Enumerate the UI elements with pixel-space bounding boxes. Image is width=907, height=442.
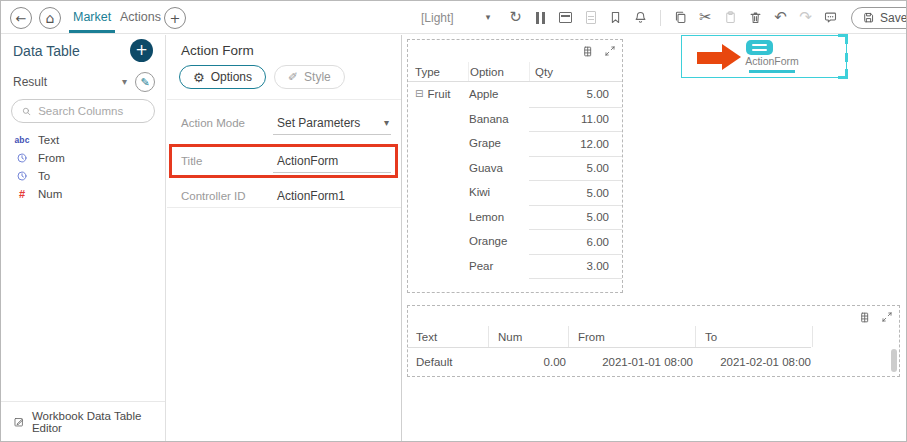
maximize-part-button[interactable] xyxy=(880,310,894,324)
tab-actions[interactable]: Actions xyxy=(120,1,161,33)
footer-label: Workbook Data Table Editor xyxy=(32,410,153,434)
table-row[interactable]: Orange 6.00 xyxy=(408,229,622,254)
undo-icon: ↶ xyxy=(774,10,787,25)
table-row[interactable]: Lemon 5.00 xyxy=(408,205,622,230)
qty-cell: 12.00 xyxy=(529,131,622,156)
option-cell: Lemon xyxy=(468,211,529,223)
add-data-table-button[interactable]: + xyxy=(130,39,153,62)
theme-value: [Light] xyxy=(421,11,454,25)
qty-cell: 5.00 xyxy=(529,82,622,107)
cut-button[interactable]: ✂ xyxy=(697,9,714,26)
chevron-down-icon[interactable]: ▾ xyxy=(122,77,127,87)
save-button[interactable]: Save xyxy=(851,7,907,29)
undo-button[interactable]: ↶ xyxy=(772,9,789,26)
alerts-button[interactable] xyxy=(632,9,649,26)
maximize-part-button[interactable] xyxy=(603,44,617,58)
action-mode-value: Set Parameters xyxy=(277,116,360,130)
qty-cell: 5.00 xyxy=(529,205,622,230)
style-tab[interactable]: ✐ Style xyxy=(274,65,345,89)
data-table-name: Result xyxy=(13,75,47,89)
back-button[interactable]: ← xyxy=(10,7,32,29)
table-row[interactable]: Guava 5.00 xyxy=(408,156,622,181)
header-text[interactable]: Text xyxy=(408,326,488,347)
column-search[interactable] xyxy=(11,99,155,123)
selection-handle[interactable] xyxy=(845,53,848,62)
export-data-button[interactable] xyxy=(858,310,872,324)
header-option[interactable]: Option xyxy=(468,62,529,81)
redo-button: ↷ xyxy=(797,9,814,26)
title-value: ActionForm xyxy=(277,154,338,168)
table-row[interactable]: Kiwi 5.00 xyxy=(408,180,622,205)
fruit-table-part[interactable]: Type Option Qty ⊟Fruit Apple 5.00 Banana… xyxy=(407,39,623,293)
column-item-text[interactable]: abc Text xyxy=(13,131,159,149)
column-item-num[interactable]: # Num xyxy=(13,185,159,203)
edit-data-table-button[interactable]: ✎ xyxy=(135,72,155,92)
title-input[interactable]: ActionForm xyxy=(273,149,391,173)
fruit-table-body: ⊟Fruit Apple 5.00 Banana 11.00 Grape 12.… xyxy=(408,82,622,278)
text-cell: Default xyxy=(408,350,488,373)
home-button[interactable]: ⌂ xyxy=(39,7,61,29)
action-mode-dropdown[interactable]: Set Parameters ▾ xyxy=(273,111,391,135)
header-to[interactable]: To xyxy=(695,326,813,347)
expand-icon xyxy=(881,311,893,323)
tab-actions-label: Actions xyxy=(120,10,161,24)
column-item-from[interactable]: From xyxy=(13,149,159,167)
action-form-icon xyxy=(746,40,773,55)
panel-tabs: ⚙ Options ✐ Style xyxy=(179,65,345,89)
tab-market-label: Market xyxy=(73,10,111,24)
header-from[interactable]: From xyxy=(568,326,695,347)
top-toolbar: ← ⌂ Market Actions + [Light] ▾ ↻ ✂ xyxy=(1,1,906,34)
table-row[interactable]: Pear 3.00 xyxy=(408,254,622,279)
paste-button xyxy=(722,9,739,26)
header-num[interactable]: Num xyxy=(488,326,568,347)
export-data-button[interactable] xyxy=(581,44,595,58)
copy-icon xyxy=(673,10,688,25)
options-tab[interactable]: ⚙ Options xyxy=(179,65,266,89)
time-type-icon xyxy=(13,170,31,182)
data-table-selector[interactable]: Result ▾ ✎ xyxy=(13,71,155,93)
field-row-title: Title ActionForm xyxy=(181,143,391,179)
workbook-data-table-editor-button[interactable]: Workbook Data Table Editor xyxy=(1,401,165,441)
scrollbar-thumb[interactable] xyxy=(891,349,897,372)
action-form-widget-selected[interactable]: ActionForm xyxy=(681,35,847,78)
qty-cell: 3.00 xyxy=(529,254,622,279)
header-type[interactable]: Type xyxy=(408,66,468,78)
search-icon xyxy=(21,105,32,118)
controller-id-text: ActionForm1 xyxy=(277,189,345,203)
column-item-to[interactable]: To xyxy=(13,167,159,185)
bell-icon xyxy=(633,10,648,25)
table-row[interactable]: ⊟Fruit Apple 5.00 xyxy=(408,82,622,107)
tab-market[interactable]: Market xyxy=(73,1,111,33)
comments-button[interactable] xyxy=(822,9,839,26)
qty-cell: 5.00 xyxy=(529,180,622,205)
option-cell: Orange xyxy=(468,235,529,247)
option-cell: Grape xyxy=(468,137,529,149)
table-row[interactable]: Grape 12.00 xyxy=(408,131,622,156)
pause-button[interactable] xyxy=(532,9,549,26)
time-window-button[interactable] xyxy=(557,9,574,26)
redo-icon: ↷ xyxy=(799,10,812,25)
scissors-icon: ✂ xyxy=(699,10,712,25)
bookmark-icon xyxy=(608,10,623,25)
header-qty[interactable]: Qty xyxy=(529,62,622,81)
pencil-icon: ✎ xyxy=(140,77,149,88)
option-cell: Banana xyxy=(468,113,529,125)
table-row[interactable]: Banana 11.00 xyxy=(408,107,622,132)
search-columns-input[interactable] xyxy=(38,105,145,117)
parameter-table-header: Text Num From To xyxy=(408,326,811,348)
workbook-designer-window: ← ⌂ Market Actions + [Light] ▾ ↻ ✂ xyxy=(0,0,907,442)
add-dashboard-button[interactable]: + xyxy=(164,7,186,29)
collapse-group-icon[interactable]: ⊟ xyxy=(415,89,423,99)
theme-select[interactable]: [Light] ▾ xyxy=(421,1,490,34)
chevron-down-icon: ▾ xyxy=(486,13,491,22)
bookmark-button[interactable] xyxy=(607,9,624,26)
table-row[interactable]: Default 0.00 2021-01-01 08:00 2021-02-01… xyxy=(408,350,889,373)
clipboard-icon xyxy=(723,10,738,25)
copy-button[interactable] xyxy=(672,9,689,26)
refresh-button[interactable]: ↻ xyxy=(507,9,524,26)
toolbar-icon-strip: ↻ ✂ ↶ ↷ xyxy=(507,1,907,34)
delete-button[interactable] xyxy=(747,9,764,26)
parameter-table-part[interactable]: Text Num From To Default 0.00 2021-01-01… xyxy=(407,305,900,377)
dashboard-canvas[interactable]: Type Option Qty ⊟Fruit Apple 5.00 Banana… xyxy=(403,35,906,441)
calendar-icon xyxy=(559,12,572,23)
